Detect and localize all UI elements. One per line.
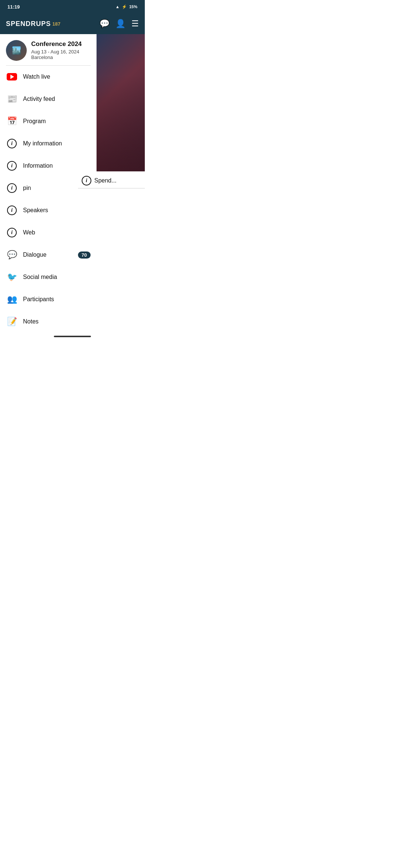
- wifi-icon: ▲: [115, 4, 120, 9]
- city-skyline-icon: 🏙️: [12, 46, 21, 55]
- program-label: Program: [23, 118, 46, 125]
- home-bar: [54, 336, 91, 337]
- speakers-label: Speakers: [23, 207, 48, 214]
- logo-text: SPENDRUPS: [6, 20, 51, 28]
- conference-info: Conference 2024 Aug 13 - Aug 16, 2024 Ba…: [31, 40, 91, 60]
- image-overlay: [97, 75, 145, 171]
- conference-title: Conference 2024: [31, 40, 91, 48]
- my-info-icon: i: [6, 138, 18, 149]
- status-time: 11:19: [7, 4, 20, 10]
- menu-item-activity-feed[interactable]: 📰 Activity feed: [0, 88, 97, 110]
- dialogue-label: Dialogue: [23, 251, 46, 258]
- participants-label: Participants: [23, 296, 54, 303]
- dialogue-badge: 70: [78, 251, 91, 259]
- web-label: Web: [23, 229, 35, 236]
- event-photo: [97, 34, 145, 171]
- menu-item-web[interactable]: i Web: [0, 221, 97, 244]
- menu-item-speakers[interactable]: i Speakers: [0, 199, 97, 221]
- menu-item-dialogue[interactable]: 💬 Dialogue 70: [0, 244, 97, 266]
- main-content: 🏙️ Conference 2024 Aug 13 - Aug 16, 2024…: [0, 34, 145, 333]
- pin-info-icon: i: [6, 182, 18, 194]
- event-banner-image: [97, 34, 145, 171]
- spendrups-overlay-item[interactable]: i Spend...: [78, 171, 145, 190]
- watch-live-label: Watch live: [23, 73, 50, 80]
- participants-icon: 👥: [6, 293, 18, 305]
- activity-feed-label: Activity feed: [23, 96, 55, 102]
- battery-charging-icon: ⚡: [122, 4, 127, 9]
- menu-item-notes[interactable]: 📝 Notes: [0, 310, 97, 333]
- navbar: SPENDRUPS 187 💬 👤 ☰: [0, 13, 145, 34]
- newspaper-icon: 📰: [6, 93, 18, 105]
- conference-header: 🏙️ Conference 2024 Aug 13 - Aug 16, 2024…: [0, 34, 97, 65]
- logo-number: 187: [52, 21, 61, 27]
- spendrups-info-icon: i: [82, 176, 91, 185]
- menu-item-participants[interactable]: 👥 Participants: [0, 288, 97, 310]
- menu-item-social-media[interactable]: 🐦 Social media: [0, 266, 97, 288]
- info-icon: i: [6, 160, 18, 172]
- web-icon: i: [6, 227, 18, 239]
- navbar-actions: 💬 👤 ☰: [100, 19, 139, 29]
- menu-item-watch-live[interactable]: Watch live: [0, 66, 97, 88]
- profile-button[interactable]: 👤: [115, 19, 125, 29]
- chat-button[interactable]: 💬: [100, 19, 110, 29]
- youtube-icon: [6, 71, 18, 83]
- spendrups-divider: [78, 188, 145, 188]
- status-bar: 11:19 ▲ ⚡ 15%: [0, 0, 145, 13]
- twitter-icon: 🐦: [6, 271, 18, 283]
- calendar-icon: 📅: [6, 115, 18, 127]
- menu-item-my-information[interactable]: i My information: [0, 132, 97, 155]
- information-label: Information: [23, 162, 53, 169]
- battery-level: 15%: [129, 4, 137, 9]
- home-indicator: [0, 333, 145, 339]
- dialogue-icon: 💬: [6, 249, 18, 261]
- status-icons: ▲ ⚡ 15%: [115, 4, 137, 9]
- conference-avatar: 🏙️: [6, 40, 27, 61]
- menu-list: Watch live 📰 Activity feed 📅 Program i: [0, 66, 97, 333]
- speakers-icon: i: [6, 204, 18, 216]
- spendrups-label: Spend...: [94, 177, 117, 184]
- social-media-label: Social media: [23, 274, 57, 280]
- conference-dates: Aug 13 - Aug 16, 2024: [31, 49, 91, 55]
- app-logo: SPENDRUPS 187: [6, 20, 61, 28]
- notes-icon: 📝: [6, 316, 18, 328]
- pin-label: pin: [23, 185, 31, 191]
- notes-label: Notes: [23, 318, 39, 325]
- conference-location: Barcelona: [31, 55, 91, 60]
- menu-item-program[interactable]: 📅 Program: [0, 110, 97, 132]
- menu-button[interactable]: ☰: [131, 19, 139, 29]
- my-information-label: My information: [23, 140, 62, 147]
